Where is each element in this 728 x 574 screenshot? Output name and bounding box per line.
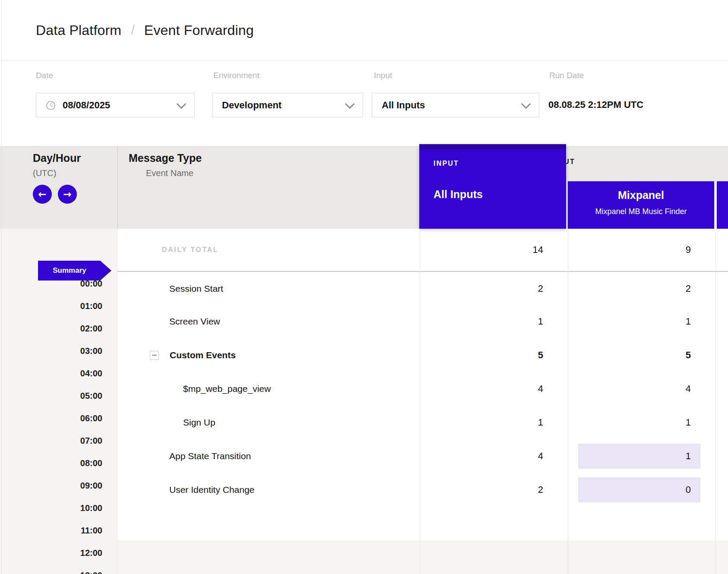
event-name: $mp_web_page_view xyxy=(183,372,271,406)
highlighted-cell: 0 xyxy=(578,477,700,502)
output-count: 5 xyxy=(568,338,715,372)
hour-label-12[interactable]: 12:00 xyxy=(0,548,102,560)
output-count: 4 xyxy=(568,372,715,406)
output-count: 1 xyxy=(568,406,715,439)
output-count: 1 xyxy=(568,305,715,338)
output-cell: 1 xyxy=(568,439,715,473)
event-row-mp-web-page-view: $mp_web_page_view 4 4 xyxy=(117,372,728,406)
daily-total-row: DAILY TOTAL 14 9 xyxy=(117,229,728,272)
hour-label-03[interactable]: 03:00 xyxy=(0,346,102,358)
event-name: Screen View xyxy=(169,305,220,338)
chevron-down-icon xyxy=(177,99,187,109)
event-row-user-identity-change: User Identity Change 2 0 xyxy=(117,473,728,507)
date-filter-label: Date xyxy=(36,71,53,80)
run-date-value: 08.08.25 2:12PM UTC xyxy=(548,99,643,110)
output-subname: Mixpanel MB Music Finder xyxy=(568,207,714,216)
event-name: Sign Up xyxy=(183,406,215,439)
output-count: 2 xyxy=(568,272,715,306)
daily-total-label: DAILY TOTAL xyxy=(162,229,218,271)
clock-icon xyxy=(46,101,56,110)
output-name: Mixpanel xyxy=(568,189,714,202)
event-row-session-start: Session Start 2 2 xyxy=(117,272,728,306)
date-value: 08/08/2025 xyxy=(63,100,110,111)
hour-label-01[interactable]: 01:00 xyxy=(0,301,102,313)
breadcrumb-section[interactable]: Data Platform xyxy=(36,22,121,38)
hour-label-02[interactable]: 02:00 xyxy=(0,324,102,336)
input-dropdown[interactable]: All Inputs xyxy=(372,93,539,117)
event-name: Session Start xyxy=(169,272,223,306)
input-count: 5 xyxy=(420,338,568,372)
hour-label-06[interactable]: 06:00 xyxy=(0,413,102,426)
input-filter-label: Input xyxy=(374,71,392,80)
next-day-button[interactable]: → xyxy=(58,185,77,204)
date-dropdown[interactable]: 08/08/2025 xyxy=(36,93,195,117)
environment-dropdown[interactable]: Development xyxy=(212,93,363,117)
environment-filter-label: Environment xyxy=(213,71,260,80)
page-title: Event Forwarding xyxy=(144,22,254,38)
grid-line-input xyxy=(420,229,420,574)
day-hour-timezone: (UTC) xyxy=(33,168,56,178)
hour-label-00[interactable]: 00:00 xyxy=(0,279,102,291)
left-edge-divider xyxy=(1,0,2,574)
daily-total-input-count: 14 xyxy=(420,229,568,271)
input-value: All Inputs xyxy=(382,100,425,111)
hour-label-05[interactable]: 05:00 xyxy=(0,391,102,403)
arrow-right-icon: → xyxy=(63,189,71,199)
breadcrumb: Data Platform / Event Forwarding xyxy=(0,0,728,61)
input-count: 2 xyxy=(420,272,568,306)
previous-day-button[interactable]: ← xyxy=(33,185,52,204)
summary-row-selector[interactable]: Summary xyxy=(38,261,111,281)
environment-value: Development xyxy=(222,100,282,111)
chevron-down-icon xyxy=(521,99,531,109)
event-name: App State Transition xyxy=(169,439,251,473)
input-section-label: INPUT xyxy=(434,160,459,167)
hour-label-04[interactable]: 04:00 xyxy=(0,369,102,381)
arrow-left-icon: ← xyxy=(38,189,46,199)
output-column-header-partial xyxy=(715,181,728,229)
day-hour-column-title: Day/Hour xyxy=(33,152,81,164)
input-count: 4 xyxy=(420,372,568,406)
output-cell: 0 xyxy=(568,473,715,507)
run-date-label: Run Date xyxy=(549,71,584,80)
event-name: Custom Events xyxy=(170,350,236,360)
hour-label-09[interactable]: 09:00 xyxy=(0,481,102,493)
message-type-column-title: Message Type xyxy=(129,152,202,164)
input-count: 1 xyxy=(420,305,568,338)
input-count: 1 xyxy=(420,406,568,439)
output-count: 0 xyxy=(686,484,691,495)
collapse-icon[interactable] xyxy=(150,351,159,360)
highlighted-cell: 1 xyxy=(578,444,700,469)
table-footer-band xyxy=(117,540,728,574)
summary-label: Summary xyxy=(53,266,86,275)
hour-label-07[interactable]: 07:00 xyxy=(0,436,102,448)
event-row-sign-up: Sign Up 1 1 xyxy=(117,406,728,439)
event-row-app-state-transition: App State Transition 4 1 xyxy=(117,439,728,473)
grid-line-output-2 xyxy=(715,229,716,574)
event-name-subtitle: Event Name xyxy=(146,168,193,178)
output-column-header-mixpanel: Mixpanel Mixpanel MB Music Finder xyxy=(568,181,714,229)
hour-label-10[interactable]: 10:00 xyxy=(0,503,102,515)
event-row-screen-view: Screen View 1 1 xyxy=(117,305,728,338)
header-column-divider xyxy=(117,146,118,229)
event-row-custom-events: Custom Events 5 5 xyxy=(117,338,728,372)
hour-label-13[interactable]: 13:00 xyxy=(0,571,102,574)
chevron-down-icon xyxy=(345,99,355,109)
breadcrumb-separator: / xyxy=(131,22,135,38)
input-column-name: All Inputs xyxy=(434,188,483,201)
event-name: User Identity Change xyxy=(169,473,254,507)
input-count: 2 xyxy=(420,473,568,507)
input-count: 4 xyxy=(420,439,568,473)
output-count: 1 xyxy=(686,451,691,462)
daily-total-output-count: 9 xyxy=(568,229,715,271)
hour-label-11[interactable]: 11:00 xyxy=(0,526,102,538)
hour-label-08[interactable]: 08:00 xyxy=(0,458,102,470)
grid-line-output xyxy=(568,229,568,574)
input-column-header: INPUT All Inputs xyxy=(419,144,566,229)
input-header-top-strip xyxy=(419,144,566,149)
